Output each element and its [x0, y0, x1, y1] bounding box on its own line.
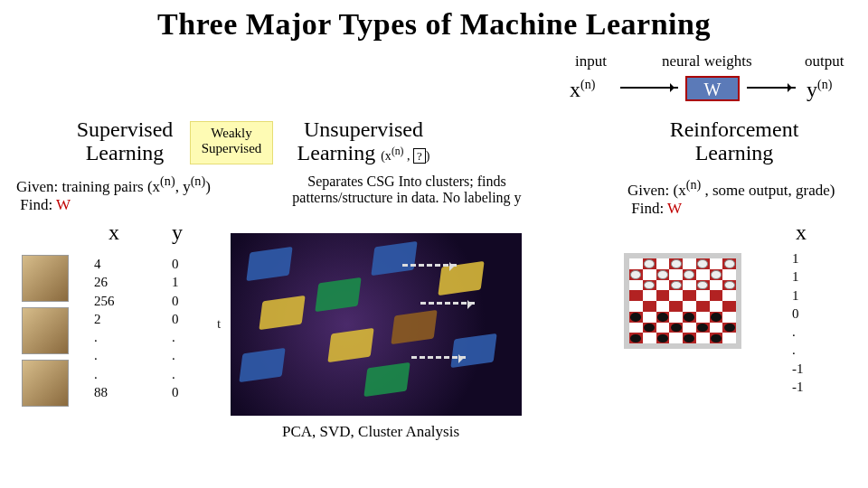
- reinforcement-vector: 1110..-1-1: [792, 249, 804, 396]
- heading-unsupervised: Unsupervised Learning (x(n) , ?): [282, 117, 445, 165]
- diagram-arrow-1: [620, 87, 678, 89]
- checkers-board: [624, 253, 741, 349]
- supervised-given-find: Given: training pairs (x(n), y(n)) Find:…: [16, 174, 251, 214]
- diagram-label-output: output: [805, 52, 844, 70]
- page-title: Three Major Types of Machine Learning: [0, 0, 868, 42]
- unsupervised-t-label: t: [217, 316, 221, 332]
- diagram-w-box: W: [685, 76, 740, 101]
- unsupervised-subtitle: Separates CSG Into clusters; finds patte…: [262, 174, 552, 206]
- dog-thumbnail-1: [22, 255, 69, 302]
- reinforcement-given-find: Given: (x(n) , some output, grade) Find:…: [627, 177, 863, 218]
- diagram-x: x(n): [570, 78, 595, 102]
- heading-reinforcement: Reinforcement Learning: [644, 117, 825, 165]
- heading-weakly-supervised: Weakly Supervised: [190, 121, 273, 164]
- dog-thumbnail-2: [22, 307, 69, 354]
- diagram-label-input: input: [575, 52, 607, 70]
- unsupervised-caption: PCA, SVD, Cluster Analysis: [282, 423, 459, 441]
- supervised-y-header: y: [172, 221, 183, 245]
- heading-supervised: Supervised Learning: [61, 117, 188, 165]
- supervised-x-header: x: [108, 221, 119, 245]
- diagram-arrow-2: [747, 87, 796, 89]
- diagram-label-weights: neural weights: [662, 52, 752, 70]
- supervised-x-column: 4262562...88: [94, 255, 115, 401]
- supervised-y-column: 0100...0: [172, 255, 179, 401]
- dog-thumbnail-3: [22, 360, 69, 407]
- reinforcement-x-header: x: [796, 221, 807, 245]
- unsupervised-cluster-figure: [231, 233, 522, 416]
- diagram-y: y(n): [807, 78, 832, 102]
